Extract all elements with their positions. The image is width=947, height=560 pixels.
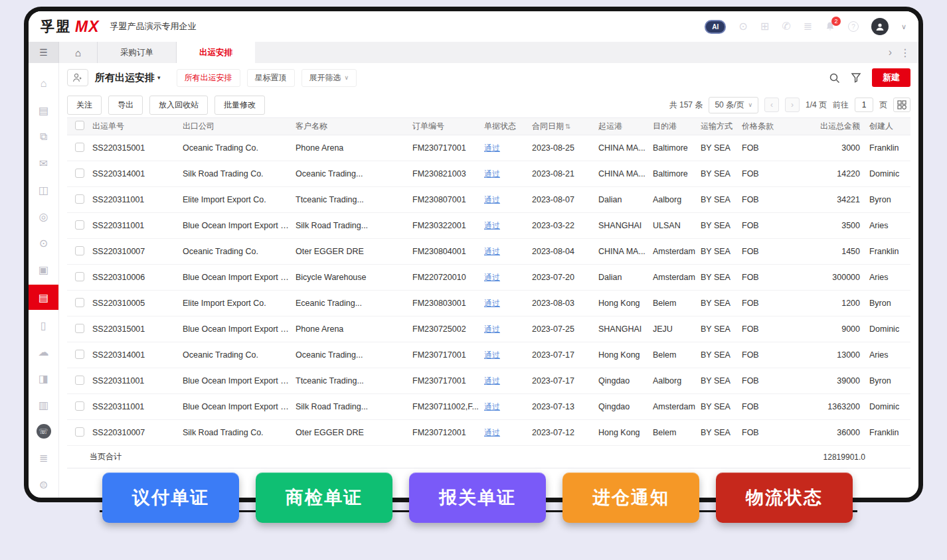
search-icon[interactable]: [829, 72, 840, 84]
col-customer[interactable]: 客户名称: [293, 121, 410, 132]
batch-edit-button[interactable]: 批量修改: [215, 96, 265, 115]
select-all-checkbox[interactable]: [75, 121, 84, 130]
row-checkbox[interactable]: [75, 350, 84, 359]
status-link[interactable]: 通过: [484, 428, 500, 437]
ai-assistant-button[interactable]: AI: [705, 20, 726, 34]
status-link[interactable]: 通过: [484, 350, 500, 360]
table-row[interactable]: SS220314001 Silk Road Trading Co. Oceani…: [67, 161, 910, 187]
compass-icon[interactable]: ◎: [29, 205, 58, 228]
filter-expand-button[interactable]: 展开筛选 ∨: [301, 69, 357, 87]
next-page-button[interactable]: ›: [785, 98, 800, 112]
sidebar-toggle-button[interactable]: ☰: [29, 42, 59, 63]
goto-page-input[interactable]: [855, 98, 873, 112]
row-checkbox[interactable]: [75, 220, 84, 230]
col-destination-port[interactable]: 目的港: [650, 121, 698, 132]
col-amount[interactable]: 出运总金额: [792, 121, 867, 132]
status-link[interactable]: 通过: [484, 169, 500, 178]
export-button[interactable]: 导出: [108, 96, 143, 115]
create-new-button[interactable]: 新建: [872, 68, 910, 87]
flow-step-button[interactable]: 商检单证: [256, 472, 392, 523]
row-checkbox[interactable]: [75, 427, 84, 437]
notifications-button[interactable]: 2: [825, 21, 835, 32]
view-title-dropdown[interactable]: 所有出运安排 ▾: [95, 72, 161, 84]
table-row[interactable]: SS220311001 Blue Ocean Import Export Co.…: [67, 394, 910, 420]
status-link[interactable]: 通过: [484, 299, 500, 308]
filter-pill-starred[interactable]: 星标置顶: [247, 69, 295, 87]
row-checkbox[interactable]: [75, 246, 84, 255]
table-row[interactable]: SS220310006 Blue Ocean Import Export Co.…: [67, 265, 910, 291]
table-row[interactable]: SS220315001 Oceanic Trading Co. Phone Ar…: [67, 135, 910, 161]
table-row[interactable]: SS220310005 Elite Import Export Co. Ecea…: [67, 291, 910, 316]
list-icon[interactable]: ≣: [804, 21, 812, 32]
col-status[interactable]: 单据状态: [481, 121, 529, 132]
org-icon[interactable]: ⧉: [29, 125, 58, 148]
chart-icon[interactable]: ▥: [29, 393, 58, 416]
help-icon[interactable]: ?: [848, 21, 859, 32]
col-price-term[interactable]: 价格条款: [739, 121, 792, 132]
owner-filter-button[interactable]: [67, 69, 88, 86]
database-icon[interactable]: ≣: [29, 447, 58, 469]
avatar[interactable]: [871, 18, 889, 35]
col-order-no[interactable]: 订单编号: [410, 121, 481, 132]
tab-shipping-arrangement[interactable]: 出运安排: [177, 42, 255, 63]
row-checkbox[interactable]: [75, 169, 84, 178]
contacts-icon[interactable]: ▤: [29, 99, 58, 121]
col-departure-port[interactable]: 起运港: [596, 121, 650, 132]
filter-pill-all[interactable]: 所有出运安排: [177, 69, 240, 87]
prev-page-button[interactable]: ‹: [764, 98, 779, 112]
phone-icon[interactable]: ✆: [782, 21, 790, 32]
status-link[interactable]: 通过: [484, 221, 500, 230]
apps-icon[interactable]: ⊞: [760, 21, 769, 32]
settings-icon[interactable]: ⊜: [29, 473, 58, 496]
column-settings-icon[interactable]: [893, 98, 910, 112]
status-link[interactable]: 通过: [484, 195, 500, 204]
headset-icon[interactable]: ⊙: [738, 21, 747, 32]
status-link[interactable]: 通过: [484, 402, 500, 411]
table-row[interactable]: SS220311001 Blue Ocean Import Export Co.…: [67, 213, 910, 239]
flow-step-button[interactable]: 进仓通知: [562, 472, 699, 523]
table-row[interactable]: SS220314001 Oceanic Trading Co. Oceanic …: [67, 342, 910, 368]
home-icon[interactable]: ⌂: [29, 72, 58, 95]
flow-step-button[interactable]: 议付单证: [102, 472, 239, 523]
chevron-right-icon[interactable]: ›: [889, 46, 892, 58]
table-row[interactable]: SS220310007 Oceanic Trading Co. Oter EGG…: [67, 239, 910, 265]
flow-step-button[interactable]: 物流状态: [716, 472, 853, 523]
kebab-menu-icon[interactable]: ⋮: [900, 46, 910, 59]
row-checkbox[interactable]: [75, 194, 84, 204]
col-creator[interactable]: 创建人: [867, 121, 910, 132]
company-icon[interactable]: ◫: [29, 178, 58, 201]
status-link[interactable]: 通过: [484, 273, 500, 282]
status-link[interactable]: 通过: [484, 143, 500, 153]
tab-purchase-orders[interactable]: 采购订单: [98, 42, 177, 63]
table-row[interactable]: SS220311001 Blue Ocean Import Export Co.…: [67, 368, 910, 394]
row-checkbox[interactable]: [75, 298, 84, 307]
sort-icon[interactable]: ⇅: [565, 123, 570, 130]
per-page-select[interactable]: 50 条/页 ∨: [709, 97, 758, 113]
row-checkbox[interactable]: [75, 376, 84, 385]
book-icon[interactable]: ▯: [29, 314, 58, 336]
recycle-bin-button[interactable]: 放入回收站: [149, 96, 208, 115]
status-link[interactable]: 通过: [484, 324, 500, 334]
table-row[interactable]: SS220310007 Silk Road Trading Co. Oter E…: [67, 420, 910, 446]
flow-step-button[interactable]: 报关单证: [409, 472, 546, 523]
phone-service-icon[interactable]: ☏: [29, 420, 58, 443]
cloud-service-icon[interactable]: ☁: [29, 340, 58, 363]
row-checkbox[interactable]: [75, 272, 84, 281]
col-export-company[interactable]: 出口公司: [180, 121, 293, 132]
follow-button[interactable]: 关注: [67, 96, 102, 115]
col-transport[interactable]: 运输方式: [698, 121, 739, 132]
tab-home[interactable]: ⌂: [59, 42, 98, 63]
target-icon[interactable]: ⊙: [29, 232, 58, 254]
chevron-down-icon[interactable]: ∨: [901, 23, 906, 31]
notebook-icon[interactable]: ◨: [29, 367, 58, 389]
col-shipping-no[interactable]: 出运单号: [90, 121, 180, 132]
table-row[interactable]: SS220315001 Blue Ocean Import Export Co.…: [67, 316, 910, 342]
filter-funnel-icon[interactable]: [851, 72, 861, 83]
table-row[interactable]: SS220311001 Elite Import Export Co. Ttce…: [67, 187, 910, 213]
row-checkbox[interactable]: [75, 324, 84, 333]
briefcase-icon[interactable]: ▣: [29, 258, 58, 281]
col-contract-date[interactable]: 合同日期⇅: [529, 121, 596, 132]
mail-icon[interactable]: ✉: [29, 152, 58, 175]
row-checkbox[interactable]: [75, 401, 84, 411]
row-checkbox[interactable]: [75, 143, 84, 152]
